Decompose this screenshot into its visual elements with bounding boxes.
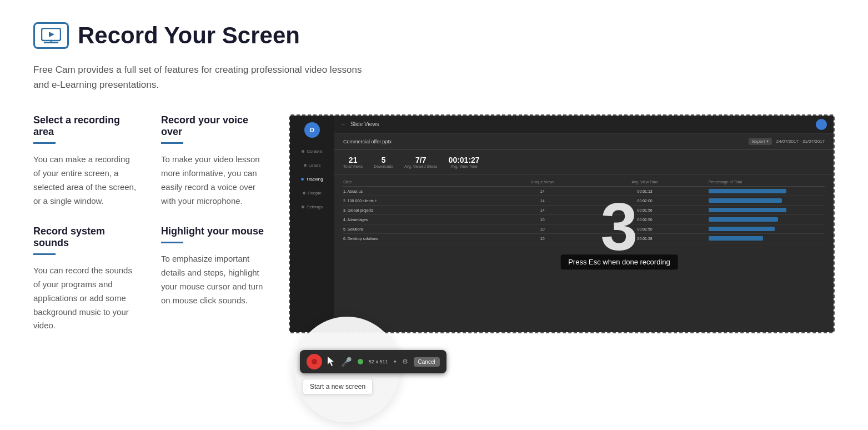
filename: Commercial offer.pptx: [343, 139, 392, 144]
stat-avg-time: 00:01:27 Avg. View Time: [449, 156, 480, 168]
back-arrow: ←: [341, 122, 346, 127]
row-slide-1: 1. About us: [343, 189, 498, 193]
stat-value-downloads: 5: [374, 156, 393, 164]
cursor-icon: [328, 357, 335, 367]
record-button-inner: [312, 359, 317, 364]
feature-divider-3: [33, 253, 56, 255]
nav-label-settings: Settings: [307, 204, 323, 209]
cancel-button[interactable]: Cancel: [414, 357, 440, 367]
feature-divider-2: [161, 142, 183, 144]
stat-value-avg-time: 00:01:27: [449, 156, 480, 164]
page-title: Record Your Screen: [78, 22, 300, 49]
nav-dot-people: [303, 192, 305, 194]
stat-value-total-views: 21: [343, 156, 363, 164]
row-bar-2: [709, 198, 825, 203]
sidebar-nav-people: People: [298, 188, 326, 198]
nav-dot-tracking: [301, 178, 304, 181]
feature-title-select-area: Select a recording area: [33, 114, 139, 138]
row-bar-5: [709, 227, 825, 231]
nav-dot-leads: [304, 164, 307, 167]
feature-select-area: Select a recording area You can make a r…: [33, 114, 150, 226]
app-main-area: ← Slide Views Commercial offer.pptx Expo…: [334, 116, 834, 332]
feature-text-select-area: You can make a recording of your entire …: [33, 153, 139, 208]
nav-label-people: People: [308, 191, 322, 196]
row-bar-3: [709, 208, 825, 212]
stat-label-total-views: Total Views: [343, 164, 363, 168]
sidebar-nav-leads: Leads: [299, 161, 325, 170]
row-slide-2: 2. 100 000 clients +: [343, 199, 498, 203]
stat-label-avg-time: Avg. View Time: [449, 164, 480, 168]
row-slide-5: 5. Solutions: [343, 227, 498, 231]
countdown-number: 3: [560, 194, 678, 261]
row-views-1: 14: [504, 189, 581, 193]
row-slide-6: 6. Desktop solutions: [343, 237, 498, 241]
app-logo: D: [304, 122, 320, 138]
page-subtitle: Free Cam provides a full set of features…: [33, 62, 367, 92]
dropdown-arrow-icon: ▾: [394, 359, 397, 364]
feature-highlight-mouse: Highlight your mouse To emphasize import…: [150, 226, 267, 351]
sidebar-nav-settings: Settings: [297, 202, 327, 212]
feature-divider-1: [33, 142, 56, 144]
app-topbar: ← Slide Views: [334, 116, 834, 133]
feature-text-highlight-mouse: To emphasize important details and steps…: [161, 252, 267, 307]
content-area: Select a recording area You can make a r…: [33, 114, 835, 411]
feature-title-system-sounds: Record system sounds: [33, 226, 139, 249]
row-slide-3: 3. Global projects: [343, 208, 498, 212]
row-bar-1: [709, 189, 825, 193]
feature-text-system-sounds: You can record the sounds of your progra…: [33, 264, 139, 333]
header-controls: Export ▾ 24/07/2017 - 31/07/2017: [749, 138, 825, 145]
export-button[interactable]: Export ▾: [749, 138, 771, 145]
stat-total-views: 21 Total Views: [343, 156, 363, 168]
sidebar-nav-tracking: Tracking: [297, 174, 327, 184]
file-header: Commercial offer.pptx Export ▾ 24/07/201…: [334, 133, 834, 150]
col-header-unique-views: Unique Views: [504, 180, 581, 184]
feature-title-highlight-mouse: Highlight your mouse: [161, 226, 267, 237]
screenshot-area: D Content Leads Tracking: [289, 114, 835, 411]
settings-icon[interactable]: ⚙: [402, 358, 408, 366]
feature-text-voice-over: To make your video lesson more informati…: [161, 153, 267, 208]
stat-value-avg-slides: 7/7: [404, 156, 438, 164]
feature-system-sounds: Record system sounds You can record the …: [33, 226, 150, 351]
date-range: 24/07/2017 - 31/07/2017: [776, 139, 825, 144]
page-header: Record Your Screen: [33, 22, 835, 49]
nav-label-content: Content: [307, 149, 322, 154]
microphone-icon: 🎤: [341, 357, 352, 367]
stat-label-avg-slides: Avg. Viewed Slides: [404, 164, 438, 168]
svg-marker-1: [49, 32, 54, 37]
stat-avg-slides: 7/7 Avg. Viewed Slides: [404, 156, 438, 168]
nav-label-leads: Leads: [309, 163, 321, 168]
app-mockup: D Content Leads Tracking: [290, 116, 834, 332]
col-header-avg-time: Avg. View Time: [587, 180, 703, 184]
record-button[interactable]: [307, 354, 322, 369]
feature-voice-over: Record your voice over To make your vide…: [150, 114, 267, 226]
app-sidebar: D Content Leads Tracking: [290, 116, 334, 332]
row-bar-6: [709, 236, 825, 241]
features-grid: Select a recording area You can make a r…: [33, 114, 267, 351]
recording-dims: 52 x 511: [369, 359, 388, 364]
toolbar-area: 🎤 52 x 511 ▾ ⚙ Cancel Start a new screen: [289, 333, 835, 411]
countdown-overlay: 3 Press Esc when done recording: [560, 194, 678, 270]
start-new-screen-tooltip: Start a new screen: [303, 379, 373, 394]
sidebar-nav-content: Content: [297, 147, 327, 156]
dashed-border: D Content Leads Tracking: [289, 114, 835, 333]
row-slide-4: 4. Advantages: [343, 218, 498, 222]
row-bar-4: [709, 217, 825, 222]
col-header-pct: Percentage of Total: [709, 180, 825, 184]
section-title: Slide Views: [350, 121, 379, 127]
stats-row: 21 Total Views 5 Downloads 7/7 Avg. View…: [334, 150, 834, 174]
nav-dot-settings: [302, 206, 304, 208]
active-indicator: [358, 359, 363, 364]
table-header: Slide Unique Views Avg. View Time Percen…: [343, 178, 825, 187]
feature-title-voice-over: Record your voice over: [161, 114, 267, 138]
avatar-area: [816, 119, 827, 130]
screen-record-icon: [33, 22, 69, 49]
col-header-slide: Slide: [343, 180, 498, 184]
stat-downloads: 5 Downloads: [374, 156, 393, 168]
recording-toolbar[interactable]: 🎤 52 x 511 ▾ ⚙ Cancel: [300, 350, 446, 373]
user-avatar: [816, 119, 827, 130]
features-panel: Select a recording area You can make a r…: [33, 114, 267, 351]
nav-label-tracking: Tracking: [306, 177, 323, 182]
stat-label-downloads: Downloads: [374, 164, 393, 168]
feature-divider-4: [161, 242, 183, 243]
nav-dot-content: [302, 150, 304, 153]
